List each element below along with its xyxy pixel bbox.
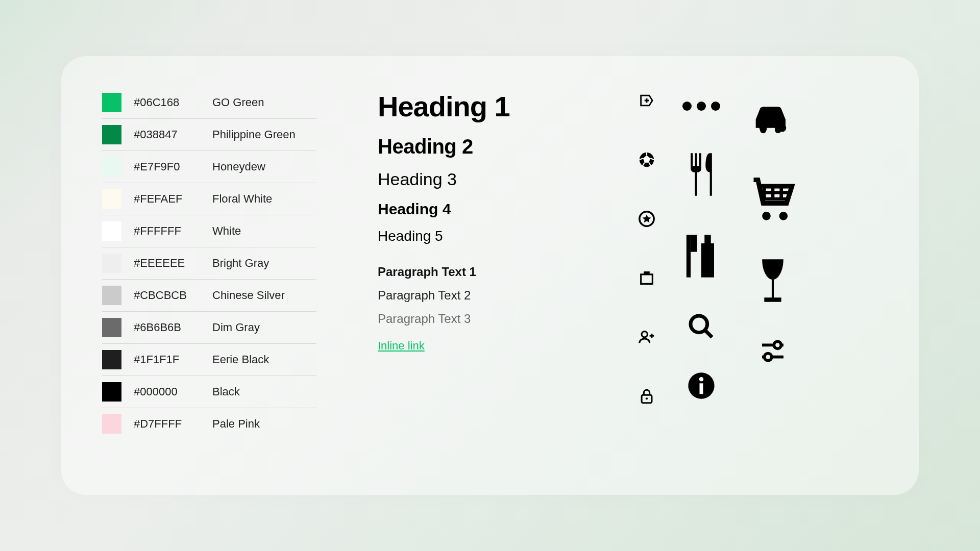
heading-3: Heading 3	[378, 169, 577, 189]
swatch-hex: #EEEEEE	[134, 257, 200, 270]
paragraph-3: Paragraph Text 3	[378, 312, 577, 326]
svg-rect-8	[701, 243, 714, 278]
swatch-box	[102, 254, 121, 273]
swatch-name: Honeydew	[212, 160, 265, 173]
swatch-box	[102, 221, 121, 241]
svg-point-16	[762, 212, 771, 220]
heading-4: Heading 4	[378, 201, 577, 218]
swatch-hex: #06C168	[134, 96, 200, 109]
swatch-name: White	[212, 224, 241, 238]
more-dots-icon	[682, 92, 720, 120]
swatch-box	[102, 93, 121, 112]
soccer-ball-icon	[638, 151, 655, 170]
wine-glass-icon	[747, 255, 798, 308]
svg-rect-12	[700, 383, 703, 394]
svg-point-5	[646, 397, 648, 399]
style-guide-card: #06C168GO Green#038847Philippine Green#E…	[61, 56, 919, 495]
swatch-row: #EEEEEEBright Gray	[102, 247, 316, 280]
svg-point-15	[778, 124, 786, 132]
swatch-hex: #CBCBCB	[134, 289, 200, 302]
tag-icon	[638, 92, 655, 111]
icon-section	[638, 87, 878, 464]
swatch-hex: #FEFAEF	[134, 192, 200, 206]
swatch-row: #6B6B6BDim Gray	[102, 312, 316, 344]
swatch-name: Bright Gray	[212, 257, 269, 270]
swatch-name: Philippine Green	[212, 128, 296, 141]
lock-icon	[638, 388, 655, 407]
swatch-hex: #D7FFFF	[134, 417, 200, 431]
swatch-box	[102, 157, 121, 177]
info-icon	[687, 371, 716, 402]
swatch-hex: #000000	[134, 385, 200, 398]
swatch-row: #E7F9F0Honeydew	[102, 151, 316, 183]
icon-column-mid	[676, 92, 727, 464]
svg-rect-6	[687, 235, 691, 277]
swatch-hex: #E7F9F0	[134, 160, 200, 173]
icon-column-small	[638, 92, 655, 464]
swatch-row: #1F1F1FEerie Black	[102, 344, 316, 376]
swatch-box	[102, 125, 121, 144]
swatch-name: Black	[212, 385, 240, 398]
swatch-hex: #038847	[134, 128, 200, 141]
swatch-hex: #FFFFFF	[134, 224, 200, 238]
color-palette: #06C168GO Green#038847Philippine Green#E…	[102, 87, 316, 464]
briefcase-icon	[638, 269, 655, 289]
swatch-hex: #6B6B6B	[134, 321, 200, 334]
swatch-box	[102, 189, 121, 209]
heading-5: Heading 5	[378, 228, 577, 244]
car-icon	[747, 92, 798, 145]
swatch-name: GO Green	[212, 96, 264, 109]
swatch-row: #06C168GO Green	[102, 87, 316, 119]
swatch-box	[102, 382, 121, 402]
swatch-name: Pale Pink	[212, 417, 260, 431]
star-circle-icon	[638, 210, 655, 230]
swatch-name: Eerie Black	[212, 353, 269, 366]
swatch-name: Chinese Silver	[212, 289, 285, 302]
swatch-box	[102, 286, 121, 305]
icon-column-large	[747, 92, 798, 464]
shopping-cart-icon	[747, 173, 798, 227]
heading-1: Heading 1	[378, 90, 577, 123]
svg-point-3	[642, 332, 647, 337]
heading-2: Heading 2	[378, 135, 577, 158]
swatch-box	[102, 350, 121, 369]
swatch-row: #CBCBCBChinese Silver	[102, 280, 316, 312]
swatch-name: Floral White	[212, 192, 272, 206]
svg-point-14	[760, 124, 767, 132]
svg-rect-9	[704, 235, 711, 243]
swatch-box	[102, 318, 121, 337]
fork-knife-icon	[676, 149, 727, 202]
svg-point-17	[779, 212, 788, 220]
inline-link[interactable]: Inline link	[378, 339, 425, 352]
swatch-row: #D7FFFFPale Pink	[102, 408, 316, 440]
swatch-row: #038847Philippine Green	[102, 119, 316, 151]
svg-point-10	[691, 316, 707, 333]
swatch-row: #FEFAEFFloral White	[102, 183, 316, 215]
settings-sliders-icon	[758, 337, 787, 367]
svg-point-18	[774, 341, 781, 348]
search-icon	[687, 312, 716, 343]
swatch-row: #FFFFFFWhite	[102, 215, 316, 247]
paragraph-2: Paragraph Text 2	[378, 288, 577, 303]
toothbrush-toothpaste-icon	[676, 231, 727, 284]
typography-section: Heading 1 Heading 2 Heading 3 Heading 4 …	[378, 87, 577, 464]
paragraph-1: Paragraph Text 1	[378, 265, 577, 279]
svg-point-13	[699, 377, 703, 381]
swatch-hex: #1F1F1F	[134, 353, 200, 366]
swatch-box	[102, 414, 121, 434]
swatch-row: #000000Black	[102, 376, 316, 408]
swatch-name: Dim Gray	[212, 321, 260, 334]
svg-point-19	[765, 354, 772, 361]
svg-rect-7	[691, 235, 697, 252]
add-user-icon	[638, 329, 655, 348]
